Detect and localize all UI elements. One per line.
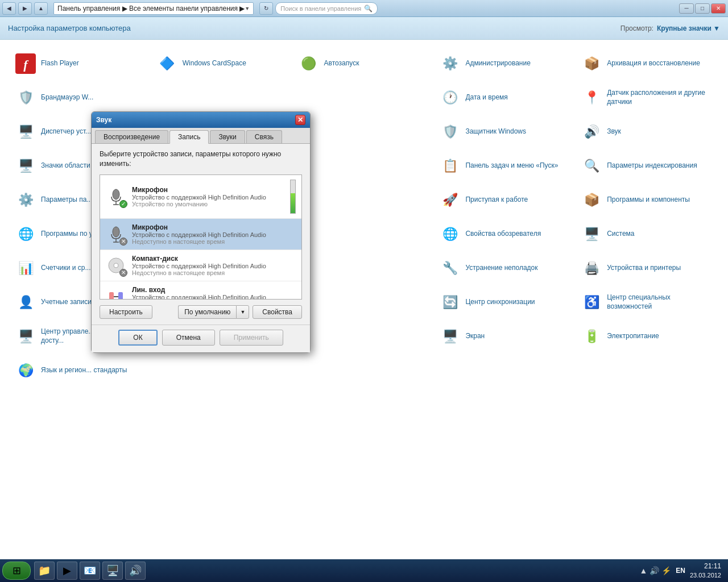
grid-label-windows-cardspace: Windows CardSpace <box>183 59 246 68</box>
taskbar-item-media[interactable]: ▶ <box>57 562 77 580</box>
cancel-button[interactable]: Отмена <box>162 330 215 346</box>
grid-item-language[interactable]: 🌍Язык и регион... стандарты <box>11 355 151 386</box>
view-value[interactable]: Крупные значки ▼ <box>657 24 720 32</box>
dialog-close-button[interactable]: ✕ <box>295 115 305 125</box>
grid-icon-programs-components: 📦 <box>581 189 602 211</box>
grid-icon-devices-printers: 🖨️ <box>581 257 602 279</box>
forward-button[interactable]: ▶ <box>18 2 32 15</box>
device-driver-3: Устройство с поддержкой High Definition … <box>132 294 296 300</box>
taskbar-item-explorer[interactable]: 📁 <box>34 562 55 580</box>
grid-item-blank12[interactable] <box>295 252 434 284</box>
grid-item-start-work[interactable]: 🚀Приступая к работе <box>436 184 575 216</box>
grid-item-blank17[interactable] <box>153 355 292 386</box>
back-button[interactable]: ◀ <box>2 2 16 15</box>
grid-label-sync-center: Центр синхронизации <box>465 298 535 307</box>
grid-item-autorun[interactable]: 🟢Автозапуск <box>295 48 434 80</box>
grid-item-blank16[interactable] <box>295 321 434 352</box>
taskbar-item-mail[interactable]: 📧 <box>80 562 100 580</box>
grid-icon-notification-icons: 🖥️ <box>15 155 36 177</box>
maximize-button[interactable]: □ <box>695 3 710 14</box>
apply-button[interactable]: Применить <box>220 330 283 346</box>
configure-button[interactable]: Настроить <box>100 305 152 319</box>
grid-item-screen[interactable]: 🖥️Экран <box>436 321 575 352</box>
svg-rect-10 <box>109 292 114 300</box>
address-text: Панель управления ▶ Все элементы панели … <box>57 5 245 13</box>
default-dropdown-arrow[interactable]: ▼ <box>236 305 249 319</box>
device-level-fill-0 <box>291 193 295 213</box>
grid-item-flash-player[interactable]: fFlash Player <box>11 48 151 80</box>
device-icon-1: ✕ <box>106 224 126 244</box>
minimize-button[interactable]: ─ <box>679 3 694 14</box>
grid-icon-browser-props: 🌐 <box>439 223 461 245</box>
grid-item-blank1[interactable] <box>153 82 292 114</box>
tab-communication[interactable]: Связь <box>246 130 282 143</box>
taskbar-clock: 21:11 23.03.2012 <box>690 562 721 580</box>
grid-item-windows-cardspace[interactable]: 🔷Windows CardSpace <box>153 48 292 80</box>
grid-item-defender[interactable]: 🛡️Защитник Windows <box>436 116 575 148</box>
tab-sounds[interactable]: Звуки <box>210 130 245 143</box>
device-name-2: Компакт-диск <box>132 255 296 263</box>
address-bar[interactable]: Панель управления ▶ Все элементы панели … <box>53 2 254 15</box>
grid-item-archive[interactable]: 📦Архивация и восстановление <box>577 48 717 80</box>
grid-label-start-work: Приступая к работе <box>465 196 528 205</box>
grid-item-blank6[interactable] <box>295 150 434 182</box>
grid-label-admin: Администрирование <box>465 59 530 68</box>
grid-item-blank18[interactable] <box>295 355 434 386</box>
grid-label-language: Язык и регион... стандарты <box>41 366 127 375</box>
grid-item-browser-props[interactable]: 🌐Свойства обозревателя <box>436 218 575 250</box>
start-button[interactable]: ⊞ <box>2 562 31 580</box>
grid-item-blank10[interactable] <box>295 218 434 250</box>
tab-playback[interactable]: Воспроизведение <box>95 130 168 143</box>
dialog-title: Звук <box>96 116 111 124</box>
grid-item-system[interactable]: 🖥️Система <box>577 218 717 250</box>
grid-label-brandmauer: Брандмауэр W... <box>41 93 93 102</box>
grid-icon-params-pa: ⚙️ <box>15 189 36 211</box>
search-input[interactable]: Поиск в панели управления 🔍 <box>275 2 378 15</box>
device-status-badge-1: ✕ <box>119 238 127 246</box>
grid-icon-windows-cardspace: 🔷 <box>156 53 178 74</box>
grid-item-sound[interactable]: 🔊Звук <box>577 116 717 148</box>
grid-item-admin[interactable]: ⚙️Администрирование <box>436 48 575 80</box>
grid-item-troubleshoot[interactable]: 🔧Устранение неполадок <box>436 252 575 284</box>
close-button[interactable]: ✕ <box>711 3 726 14</box>
device-item-2[interactable]: ✕Компакт-дискУстройство с поддержкой Hig… <box>100 250 301 281</box>
device-icon-3: ✕ <box>106 286 126 300</box>
tab-recording[interactable]: Запись <box>169 130 209 144</box>
grid-item-sync-center[interactable]: 🔄Центр синхронизации <box>436 286 575 318</box>
grid-item-blank2[interactable] <box>295 82 434 114</box>
grid-item-taskbar-menu[interactable]: 📋Панель задач и меню «Пуск» <box>436 150 575 182</box>
device-status-1: Недоступно в настоящее время <box>132 238 296 245</box>
dialog-action-buttons: Настроить По умолчанию ▼ Свойства <box>100 305 302 319</box>
grid-icon-control-center: 🖥️ <box>15 326 36 347</box>
grid-item-blank14[interactable] <box>295 286 434 318</box>
default-button[interactable]: По умолчанию <box>178 305 236 319</box>
grid-icon-taskbar-menu: 📋 <box>439 155 461 177</box>
grid-item-index-params[interactable]: 🔍Параметры индексирования <box>577 150 717 182</box>
device-list[interactable]: ✓МикрофонУстройство с поддержкой High De… <box>100 174 302 300</box>
device-item-3[interactable]: ✕Лин. входУстройство с поддержкой High D… <box>100 281 301 300</box>
taskbar-item-sound[interactable]: 🔊 <box>125 562 146 580</box>
grid-item-blank8[interactable] <box>295 184 434 216</box>
grid-icon-autorun: 🟢 <box>298 53 320 74</box>
refresh-button[interactable]: ↻ <box>259 2 273 15</box>
ok-button[interactable]: ОК <box>118 330 157 346</box>
grid-item-power[interactable]: 🔋Электропитание <box>577 321 717 352</box>
grid-label-system: Система <box>607 230 634 239</box>
grid-item-location-sensor[interactable]: 📍Датчик расположения и другие датчики <box>577 82 717 114</box>
taskbar-volume-icon: 🔊 <box>650 566 659 575</box>
taskbar-item-screen[interactable]: 🖥️ <box>102 562 123 580</box>
grid-item-devices-printers[interactable]: 🖨️Устройства и принтеры <box>577 252 717 284</box>
dialog-tabs: Воспроизведение Запись Звуки Связь <box>92 128 310 144</box>
device-driver-0: Устройство с поддержкой High Definition … <box>132 194 284 201</box>
grid-item-blank4[interactable] <box>295 116 434 148</box>
grid-label-params-pa: Параметры па... <box>41 196 92 205</box>
device-item-1[interactable]: ✕МикрофонУстройство с поддержкой High De… <box>100 219 301 250</box>
device-item-0[interactable]: ✓МикрофонУстройство с поддержкой High De… <box>100 175 301 219</box>
grid-item-brandmauer[interactable]: 🛡️Брандмауэр W... <box>11 82 151 114</box>
grid-item-programs-components[interactable]: 📦Программы и компоненты <box>577 184 717 216</box>
grid-item-special-center[interactable]: ♿Центр специальных возможностей <box>577 286 717 318</box>
properties-button[interactable]: Свойства <box>253 305 302 319</box>
grid-item-datetime[interactable]: 🕐Дата и время <box>436 82 575 114</box>
grid-icon-language: 🌍 <box>15 360 36 381</box>
up-button[interactable]: ▲ <box>34 2 48 15</box>
